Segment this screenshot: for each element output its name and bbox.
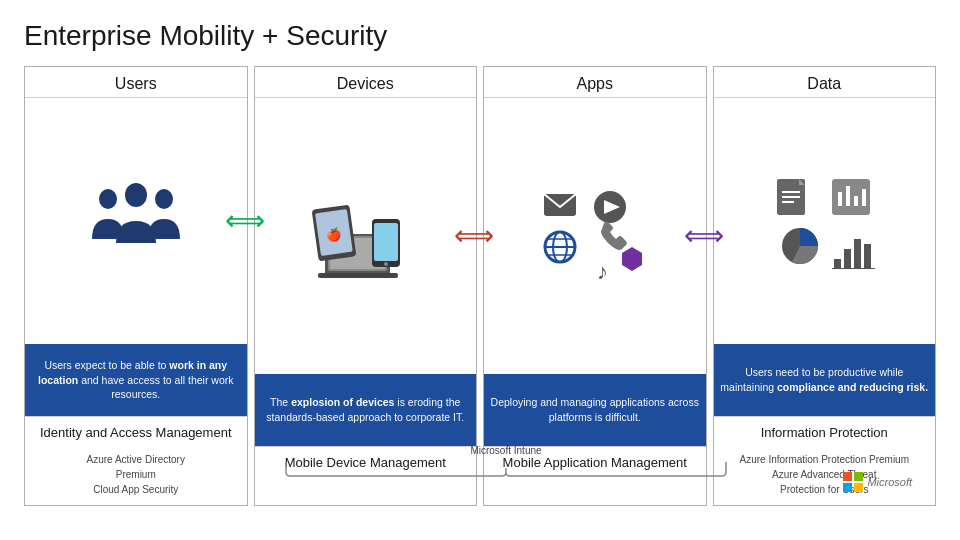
ms-green-square <box>854 472 863 481</box>
data-category: Information Protection <box>714 416 936 448</box>
users-icon-area: ⟺ <box>25 98 247 344</box>
arrow-devices-apps: ⟺ <box>454 222 494 250</box>
data-icon-area <box>714 98 936 344</box>
intune-brace <box>276 458 736 478</box>
users-category: Identity and Access Management <box>25 416 247 448</box>
microsoft-logo: Microsoft <box>843 472 912 492</box>
columns-grid: Users ⟺ Users exp <box>24 66 936 506</box>
data-icon <box>772 174 877 269</box>
svg-rect-35 <box>844 249 851 269</box>
users-icon <box>86 171 186 271</box>
users-header: Users <box>25 67 247 98</box>
arrow-apps-data: ⟺ <box>684 222 724 250</box>
data-desc: Users need to be productive while mainta… <box>714 344 936 416</box>
svg-text:♪: ♪ <box>597 259 608 284</box>
svg-rect-36 <box>854 239 861 269</box>
svg-rect-8 <box>374 223 398 261</box>
devices-icon: 🍎 <box>310 189 420 284</box>
intune-label: Microsoft Intune <box>470 445 541 456</box>
page-title: Enterprise Mobility + Security <box>24 20 936 52</box>
svg-rect-37 <box>864 244 871 269</box>
data-header: Data <box>714 67 936 98</box>
data-column: Data <box>713 66 937 506</box>
apps-icon-area: ⟺ ♪ <box>484 98 706 374</box>
microsoft-grid-icon <box>843 472 863 492</box>
svg-point-1 <box>125 183 147 207</box>
svg-marker-22 <box>622 247 642 271</box>
apps-column: Apps ⟺ <box>483 66 707 506</box>
ms-blue-square <box>843 483 852 492</box>
apps-products <box>484 478 706 505</box>
apps-header: Apps <box>484 67 706 98</box>
devices-desc: The explosion of devices is eroding the … <box>255 374 477 446</box>
users-column: Users ⟺ Users exp <box>24 66 248 506</box>
svg-rect-34 <box>834 259 841 269</box>
main-content: Users ⟺ Users exp <box>24 66 936 506</box>
svg-text:🍎: 🍎 <box>325 226 342 243</box>
ms-red-square <box>843 472 852 481</box>
intune-container: Microsoft Intune <box>276 445 736 478</box>
devices-products <box>255 478 477 505</box>
arrow-users-devices: ⟺ <box>225 207 265 235</box>
svg-point-2 <box>155 189 173 209</box>
users-products: Azure Active DirectoryPremiumCloud App S… <box>25 448 247 505</box>
devices-column: Devices ⟺ <box>254 66 478 506</box>
svg-point-0 <box>99 189 117 209</box>
devices-header: Devices <box>255 67 477 98</box>
ms-yellow-square <box>854 483 863 492</box>
svg-point-9 <box>384 262 388 266</box>
microsoft-text: Microsoft <box>867 476 912 488</box>
apps-desc: Deploying and managing applications acro… <box>484 374 706 446</box>
apps-icon: ♪ <box>542 189 647 284</box>
users-desc: Users expect to be able to work in any l… <box>25 344 247 416</box>
svg-rect-6 <box>318 273 398 278</box>
devices-icon-area: ⟺ 🍎 <box>255 98 477 374</box>
